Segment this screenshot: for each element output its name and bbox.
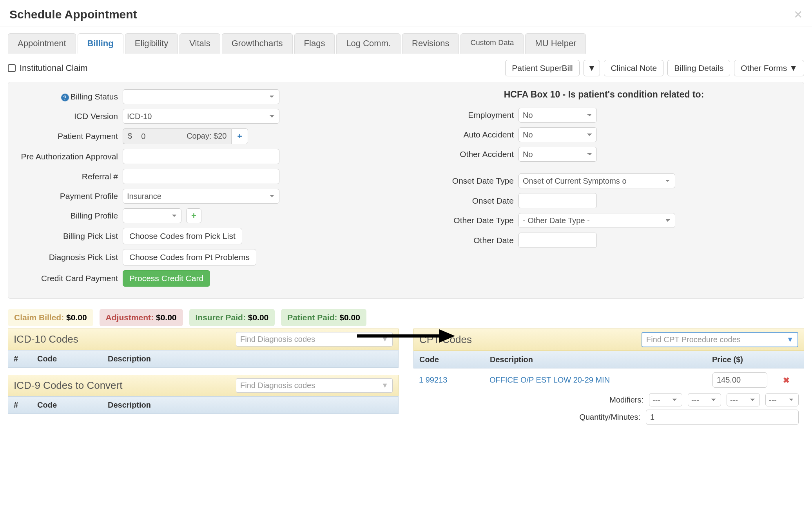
icd9-title: ICD-9 Codes to Convert	[14, 379, 122, 392]
modifiers-label: Modifiers:	[609, 395, 643, 404]
employment-label: Employment	[412, 110, 514, 120]
referral-label: Referral #	[16, 172, 118, 181]
patient-superbill-dropdown[interactable]: ▼	[584, 60, 600, 76]
billing-status-select[interactable]	[123, 89, 279, 104]
icd9-search-input[interactable]: Find Diagnosis codes▼	[236, 378, 393, 393]
cpt-row-link[interactable]: 1 99213	[419, 376, 447, 384]
icd10-title: ICD-10 Codes	[14, 333, 78, 345]
tab-revisions[interactable]: Revisions	[402, 33, 459, 54]
icd10-search-input[interactable]: Find Diagnosis codes▼	[236, 332, 393, 347]
onset-date-label: Onset Date	[412, 196, 514, 206]
qty-label: Quantity/Minutes:	[579, 413, 640, 422]
cpt-table-header: Code Description Price ($)	[413, 351, 804, 368]
tab-flags[interactable]: Flags	[294, 33, 335, 54]
icd9-table-header: # Code Description	[8, 396, 399, 414]
diagnosis-picklist-label: Diagnosis Pick List	[16, 253, 118, 262]
icd-version-label: ICD Version	[16, 112, 118, 121]
auto-accident-label: Auto Accident	[412, 130, 514, 139]
patient-payment-label: Patient Payment	[16, 132, 118, 141]
institutional-claim-checkbox[interactable]	[8, 64, 16, 72]
copay-label: Copay: $20	[182, 128, 231, 144]
billing-profile-label: Billing Profile	[16, 211, 118, 220]
tab-billing[interactable]: Billing	[78, 33, 123, 54]
hcfa-title: HCFA Box 10 - Is patient's condition rel…	[412, 89, 796, 100]
modifier-2-select[interactable]: ---	[688, 393, 721, 406]
other-accident-label: Other Accident	[412, 150, 514, 159]
currency-symbol: $	[123, 128, 137, 144]
insurer-paid-pill: Insurer Paid: $0.00	[189, 309, 275, 326]
other-date-label: Other Date	[412, 236, 514, 245]
onset-date-type-select[interactable]: Onset of Current Symptoms o	[518, 173, 675, 188]
chevron-down-icon: ▼	[381, 381, 388, 390]
patient-payment-input[interactable]	[137, 128, 182, 144]
process-credit-card-button[interactable]: Process Credit Card	[123, 270, 210, 287]
cpt-title: CPT Codes	[419, 334, 472, 346]
cc-payment-label: Credit Card Payment	[16, 274, 118, 283]
billing-profile-select[interactable]	[123, 208, 181, 223]
billing-details-button[interactable]: Billing Details	[667, 60, 730, 76]
tab-appointment[interactable]: Appointment	[8, 33, 76, 54]
auto-accident-select[interactable]: No	[518, 127, 597, 142]
tabs-bar: Appointment Billing Eligibility Vitals G…	[8, 33, 804, 54]
patient-superbill-button[interactable]: Patient SuperBill	[505, 60, 579, 76]
add-billing-profile-button[interactable]: +	[186, 208, 201, 223]
plus-icon: +	[191, 211, 196, 221]
other-accident-select[interactable]: No	[518, 147, 597, 162]
claim-billed-pill: Claim Billed: $0.00	[8, 309, 93, 326]
close-icon[interactable]: ✕	[794, 8, 803, 21]
payment-profile-select[interactable]: Insurance	[123, 189, 279, 204]
employment-select[interactable]: No	[518, 108, 597, 123]
add-payment-button[interactable]: +	[231, 128, 248, 144]
billing-picklist-button[interactable]: Choose Codes from Pick List	[123, 228, 242, 244]
billing-status-label: ?Billing Status	[16, 92, 118, 101]
icd-version-select[interactable]: ICD-10	[123, 109, 279, 124]
tab-customdata[interactable]: Custom Data	[460, 33, 524, 54]
tab-logcomm[interactable]: Log Comm.	[336, 33, 401, 54]
modifier-3-select[interactable]: ---	[727, 393, 760, 406]
icd10-table-header: # Code Description	[8, 350, 399, 368]
modifier-4-select[interactable]: ---	[765, 393, 799, 406]
chevron-down-icon: ▼	[381, 335, 388, 343]
cpt-row: 1 99213 OFFICE O/P EST LOW 20-29 MIN ✖	[413, 368, 804, 392]
other-forms-button[interactable]: Other Forms ▼	[734, 60, 804, 76]
tab-muhelper[interactable]: MU Helper	[525, 33, 586, 54]
modifier-1-select[interactable]: ---	[649, 393, 682, 406]
cpt-search-input[interactable]: Find CPT Procedure codes▼	[642, 332, 798, 347]
cpt-desc-link[interactable]: OFFICE O/P EST LOW 20-29 MIN	[489, 376, 610, 384]
pre-auth-input[interactable]	[123, 149, 279, 164]
other-date-input[interactable]	[518, 233, 597, 248]
pre-auth-label: Pre Authorization Approval	[16, 152, 118, 161]
payment-profile-label: Payment Profile	[16, 191, 118, 201]
onset-date-input[interactable]	[518, 193, 597, 208]
institutional-claim-label: Institutional Claim	[20, 63, 88, 73]
tab-vitals[interactable]: Vitals	[179, 33, 220, 54]
help-icon[interactable]: ?	[61, 94, 69, 101]
adjustment-pill: Adjustment: $0.00	[100, 309, 183, 326]
tab-eligibility[interactable]: Eligibility	[125, 33, 178, 54]
diagnosis-picklist-button[interactable]: Choose Codes from Pt Problems	[123, 249, 256, 265]
billing-picklist-label: Billing Pick List	[16, 231, 118, 241]
other-date-type-select[interactable]: - Other Date Type -	[518, 213, 675, 228]
other-date-type-label: Other Date Type	[412, 216, 514, 225]
tab-growthcharts[interactable]: Growthcharts	[222, 33, 293, 54]
page-title: Schedule Appointment	[9, 8, 137, 21]
clinical-note-button[interactable]: Clinical Note	[604, 60, 663, 76]
onset-date-type-label: Onset Date Type	[412, 176, 514, 186]
referral-input[interactable]	[123, 169, 279, 184]
chevron-down-icon: ▼	[787, 336, 794, 344]
patient-paid-pill: Patient Paid: $0.00	[281, 309, 366, 326]
delete-icon[interactable]: ✖	[783, 376, 790, 385]
cpt-price-input[interactable]	[712, 372, 767, 388]
qty-input[interactable]	[646, 410, 799, 425]
